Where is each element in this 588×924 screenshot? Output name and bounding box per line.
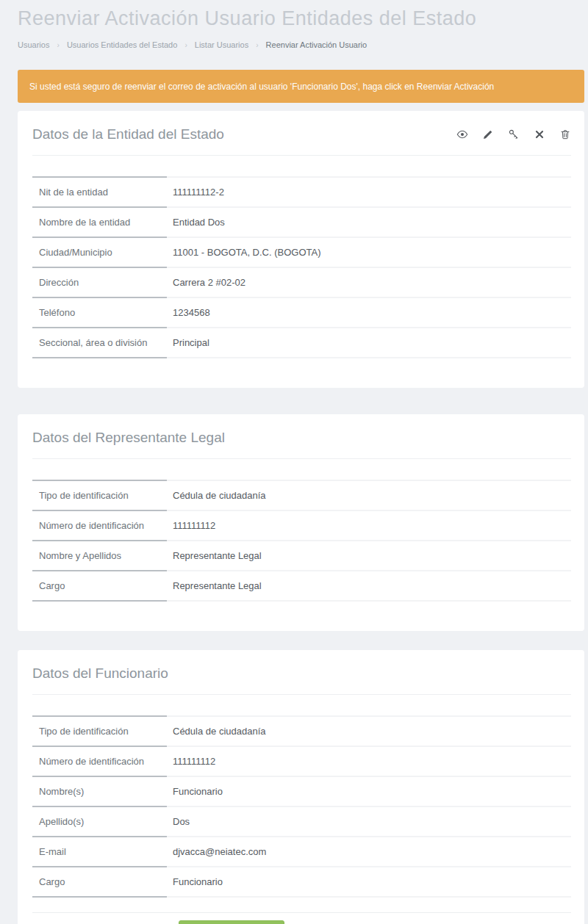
table-row: Tipo de identificaciónCédula de ciudadan…	[32, 716, 571, 746]
table-row: Nit de la entidad111111112-2	[32, 177, 571, 207]
field-value: Cédula de ciudadanía	[167, 480, 571, 510]
breadcrumb-separator: ›	[57, 41, 59, 49]
field-label: Nombre(s)	[32, 776, 167, 806]
key-icon[interactable]	[508, 129, 520, 140]
breadcrumb-listar-usuarios[interactable]: Listar Usuarios	[195, 40, 248, 49]
breadcrumb: Usuarios › Usuarios Entidades del Estado…	[18, 40, 584, 49]
field-value: Representante Legal	[167, 541, 571, 571]
field-label: Tipo de identificación	[32, 480, 167, 510]
field-value: Dos	[167, 806, 571, 837]
card-title: Datos de la Entidad del Estado	[32, 126, 224, 142]
table-row: Nombre(s)Funcionario	[32, 776, 571, 806]
field-value: Entidad Dos	[167, 207, 571, 237]
card-header: Datos del Funcionario	[32, 665, 571, 682]
field-label: Dirección	[32, 267, 167, 297]
field-label: Nombre y Apellidos	[32, 541, 167, 571]
trash-icon[interactable]	[559, 129, 571, 140]
card-representante-legal: Datos del Representante Legal Tipo de id…	[18, 414, 584, 631]
table-row: E-maildjvacca@neiatec.com	[32, 837, 571, 867]
page: Reenviar Activación Usuario Entidades de…	[18, 0, 584, 924]
divider	[32, 694, 571, 695]
breadcrumb-usuarios-entidades[interactable]: Usuarios Entidades del Estado	[67, 40, 177, 49]
card-funcionario: Datos del Funcionario Tipo de identifica…	[18, 650, 584, 924]
field-value: 111111112-2	[167, 177, 571, 207]
field-label: Número de identificación	[32, 746, 167, 776]
breadcrumb-usuarios[interactable]: Usuarios	[18, 40, 49, 49]
table-row: Nombre de la entidadEntidad Dos	[32, 207, 571, 237]
card-entidad-estado: Datos de la Entidad del Estado	[18, 111, 584, 388]
table-row: CargoRepresentante Legal	[32, 571, 571, 601]
breadcrumb-current: Reenviar Activación Usuario	[266, 40, 368, 49]
x-icon[interactable]	[534, 129, 545, 140]
field-label: Teléfono	[32, 297, 167, 328]
table-row: CargoFuncionario	[32, 867, 571, 897]
field-value: Funcionario	[167, 776, 571, 806]
field-value: djvacca@neiatec.com	[167, 837, 571, 867]
card-header: Datos del Representante Legal	[32, 429, 571, 447]
field-value: 111111112	[167, 746, 571, 776]
table-row: Número de identificación111111112	[32, 746, 571, 776]
card-title: Datos del Funcionario	[32, 665, 168, 682]
breadcrumb-separator: ›	[256, 41, 258, 49]
entidad-table: Nit de la entidad111111112-2 Nombre de l…	[32, 176, 571, 358]
table-row: Seccional, área o divisiónPrincipal	[32, 328, 571, 358]
divider	[32, 155, 571, 156]
field-label: Nombre de la entidad	[32, 207, 167, 237]
table-row: Teléfono1234568	[32, 297, 571, 328]
field-label: Ciudad/Municipio	[32, 237, 167, 267]
field-value: Representante Legal	[167, 571, 571, 601]
page-title: Reenviar Activación Usuario Entidades de…	[18, 7, 584, 30]
field-label: Seccional, área o división	[32, 328, 167, 358]
field-label: Tipo de identificación	[32, 716, 167, 746]
field-label: Cargo	[32, 571, 167, 601]
table-row: Nombre y ApellidosRepresentante Legal	[32, 541, 571, 571]
card-title: Datos del Representante Legal	[32, 430, 225, 446]
card-header: Datos de la Entidad del Estado	[32, 126, 571, 143]
table-row: DirecciónCarrera 2 #02-02	[32, 267, 571, 297]
field-value: 1234568	[167, 297, 571, 328]
table-row: Tipo de identificaciónCédula de ciudadan…	[32, 480, 571, 510]
field-label: E-mail	[32, 837, 167, 867]
eye-icon[interactable]	[456, 129, 468, 140]
representante-table: Tipo de identificaciónCédula de ciudadan…	[32, 480, 571, 602]
table-row: Apellido(s)Dos	[32, 806, 571, 837]
alert-banner: Si usted está seguro de reenviar el corr…	[18, 70, 584, 103]
divider	[32, 458, 571, 459]
card-actions	[456, 129, 571, 140]
field-value: Carrera 2 #02-02	[167, 267, 571, 297]
funcionario-table: Tipo de identificaciónCédula de ciudadan…	[32, 715, 571, 898]
field-label: Cargo	[32, 867, 167, 897]
field-value: Cédula de ciudadanía	[167, 716, 571, 746]
field-value: 111111112	[167, 510, 571, 541]
field-value: Funcionario	[167, 867, 571, 897]
table-row: Ciudad/Municipio11001 - BOGOTA, D.C. (BO…	[32, 237, 571, 267]
pencil-icon[interactable]	[482, 129, 494, 140]
field-label: Apellido(s)	[32, 806, 167, 837]
breadcrumb-separator: ›	[184, 41, 187, 49]
field-label: Nit de la entidad	[32, 177, 167, 207]
field-value: Principal	[167, 328, 571, 358]
field-value: 11001 - BOGOTA, D.C. (BOGOTA)	[167, 237, 571, 267]
resend-activation-button[interactable]: Reenviar Activación	[179, 920, 284, 924]
table-row: Número de identificación111111112	[32, 510, 571, 541]
form-actions: Reenviar Activación	[32, 912, 571, 924]
field-label: Número de identificación	[32, 510, 167, 541]
